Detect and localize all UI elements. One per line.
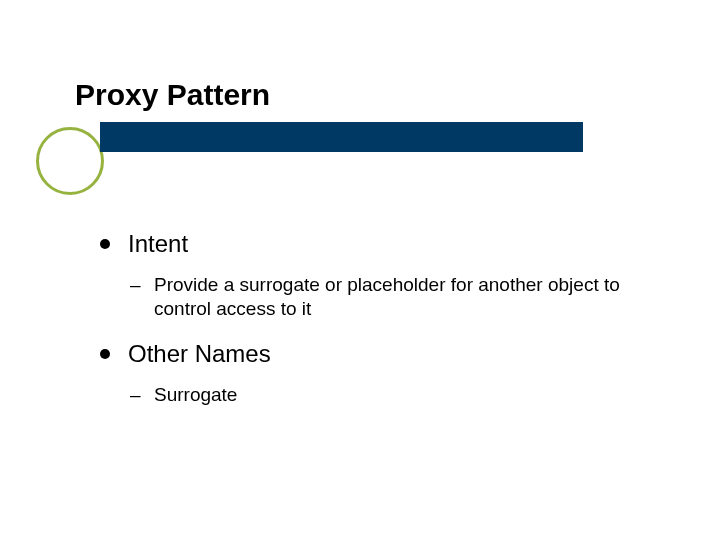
list-item: Other Names [100, 340, 660, 369]
list-subitem: – Provide a surrogate or placeholder for… [130, 273, 660, 321]
slide-title: Proxy Pattern [75, 78, 270, 112]
accent-circle [36, 127, 104, 195]
list-item-label: Intent [128, 230, 188, 257]
slide: Proxy Pattern Intent – Provide a surroga… [0, 0, 720, 540]
list-item: Intent [100, 230, 660, 259]
list-subitem-text: Surrogate [154, 384, 237, 405]
list-subitem-text: Provide a surrogate or placeholder for a… [154, 274, 620, 319]
list-item-label: Other Names [128, 340, 271, 367]
slide-body: Intent – Provide a surrogate or placehol… [100, 230, 660, 427]
bullet-icon [100, 239, 110, 249]
title-underline-bar [100, 122, 583, 152]
list-subitem: – Surrogate [130, 383, 660, 407]
dash-icon: – [130, 273, 141, 297]
dash-icon: – [130, 383, 141, 407]
bullet-icon [100, 349, 110, 359]
